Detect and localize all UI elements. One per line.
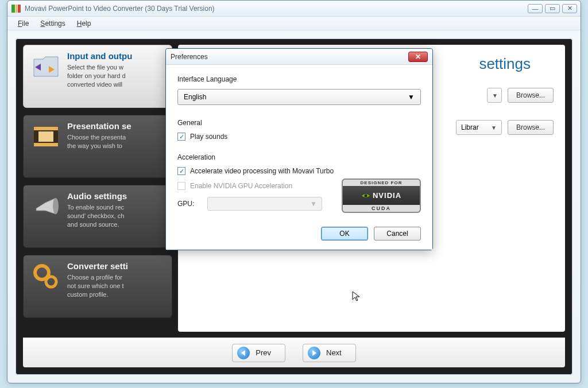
close-button[interactable]: ✕ — [562, 4, 577, 13]
output-path-combo[interactable]: Librar ▼ — [456, 120, 502, 135]
folder-io-icon — [30, 51, 61, 82]
app-icon — [11, 3, 21, 14]
menubar: File Settings Help — [7, 17, 581, 30]
window-title: Movavi PowerPoint to Video Converter (30… — [25, 5, 528, 13]
step-title: Audio settings — [67, 191, 127, 201]
turbo-label: Accelerate video processing with Movavi … — [190, 167, 334, 175]
gpu-label: GPU: — [177, 200, 199, 208]
step-title: Input and outpu — [67, 51, 132, 61]
svg-rect-2 — [18, 5, 21, 13]
prev-button[interactable]: Prev — [232, 344, 285, 362]
browse-button-2[interactable]: Browse... — [508, 120, 554, 135]
step-converter[interactable]: Converter setti Choose a profile for not… — [23, 255, 172, 318]
dialog-title: Preferences — [171, 53, 208, 61]
nvidia-label: Enable NVIDIA GPU Acceleration — [190, 182, 292, 190]
nav-bar: Prev Next — [23, 337, 565, 367]
badge-designed: DESIGNED FOR — [343, 180, 420, 186]
filmstrip-icon — [30, 121, 61, 152]
browse-button-1[interactable]: Browse... — [508, 88, 554, 103]
badge-cuda: CUDA — [343, 205, 420, 212]
ok-button[interactable]: OK — [321, 227, 368, 240]
next-button[interactable]: Next — [303, 344, 356, 362]
step-desc: Choose the presenta the way you wish to — [67, 133, 131, 150]
play-sounds-checkbox[interactable] — [177, 133, 185, 141]
titlebar: Movavi PowerPoint to Video Converter (30… — [7, 1, 581, 17]
nvidia-eye-icon — [361, 191, 370, 200]
menu-help[interactable]: Help — [72, 18, 96, 29]
step-desc: Choose a profile for not sure which one … — [67, 273, 128, 299]
dialog-titlebar: Preferences ✕ — [166, 49, 432, 65]
svg-point-7 — [53, 198, 59, 214]
minimize-button[interactable]: — — [528, 4, 543, 13]
menu-settings[interactable]: Settings — [36, 18, 69, 29]
dialog-close-button[interactable]: ✕ — [408, 52, 428, 62]
maximize-button[interactable]: ▭ — [545, 4, 560, 13]
step-presentation[interactable]: Presentation se Choose the presenta the … — [23, 115, 172, 178]
play-sounds-label: Play sounds — [190, 133, 227, 141]
acceleration-label: Acceleration — [177, 153, 421, 161]
wizard-steps: Input and outpu Select the file you w fo… — [23, 45, 172, 318]
turbo-checkbox[interactable] — [177, 167, 185, 175]
step-audio[interactable]: Audio settings To enable sound rec sound… — [23, 185, 172, 248]
next-label: Next — [326, 348, 342, 357]
general-label: General — [177, 119, 421, 127]
nvidia-checkbox — [177, 182, 185, 190]
gears-icon — [30, 261, 61, 292]
input-path-combo[interactable]: ▼ — [487, 88, 502, 103]
chevron-down-icon: ▼ — [408, 93, 415, 101]
window-controls: — ▭ ✕ — [528, 4, 577, 13]
prev-label: Prev — [256, 348, 271, 357]
step-input-output[interactable]: Input and outpu Select the file you w fo… — [23, 45, 172, 108]
language-label: Interface Language — [177, 75, 421, 83]
menu-file[interactable]: File — [13, 18, 33, 29]
svg-rect-1 — [16, 5, 17, 13]
nvidia-badge: DESIGNED FOR NVIDIA CUDA — [342, 179, 421, 213]
svg-rect-4 — [34, 127, 58, 130]
language-value: English — [184, 93, 206, 101]
step-title: Presentation se — [67, 121, 131, 131]
step-title: Converter setti — [67, 261, 128, 271]
megaphone-icon — [30, 191, 61, 222]
step-desc: To enable sound rec sound' checkbox, ch … — [67, 203, 127, 229]
svg-rect-6 — [38, 131, 53, 142]
svg-rect-0 — [11, 5, 15, 13]
step-desc: Select the file you w folder on your har… — [67, 63, 132, 89]
cancel-button[interactable]: Cancel — [374, 227, 421, 240]
preferences-dialog: Preferences ✕ Interface Language English… — [165, 48, 433, 250]
combo-text: Librar — [461, 123, 479, 131]
arrow-left-icon — [237, 347, 250, 359]
svg-rect-5 — [34, 143, 58, 146]
svg-point-10 — [364, 194, 367, 197]
svg-point-9 — [46, 277, 56, 287]
dialog-body: Interface Language English ▼ General Pla… — [166, 65, 432, 250]
gpu-combo: ▼ — [207, 197, 322, 211]
arrow-right-icon — [308, 347, 320, 359]
language-combo[interactable]: English ▼ — [177, 89, 421, 105]
badge-brand: NVIDIA — [373, 191, 401, 200]
